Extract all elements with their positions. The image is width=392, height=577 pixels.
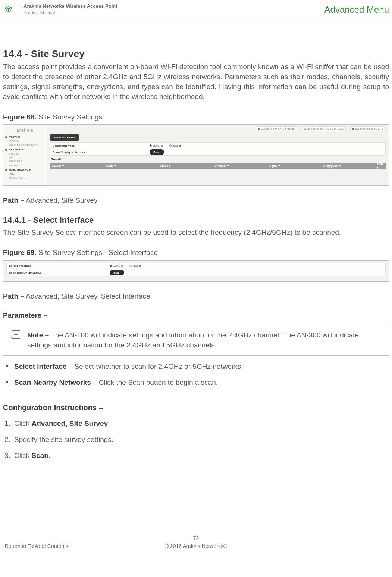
header-titles: Araknis Networks Wireless Access Point P… [23, 3, 117, 16]
interface-options: 2.4GHz 5GHz [147, 144, 183, 148]
uptime-value: 3D | 1 hr [374, 127, 384, 131]
figure-69-screenshot: Select Interface 2.4GHz 5GHz Scan Nearby… [3, 260, 389, 282]
cloud-chip: CLOUD SERVER Connected [256, 126, 297, 131]
time-value: 2016-10-11 14:10:35 [320, 127, 344, 131]
col-encryption: Encryption ▾ [320, 164, 374, 168]
note-body: The AN-100 will indicate settings and in… [27, 331, 359, 349]
time-label: System Time [303, 127, 318, 131]
nav-status: STATUS [5, 135, 45, 140]
nav-item: LAN [5, 156, 45, 160]
nav-item: SECURITY [5, 164, 45, 168]
radio-5ghz-icon [129, 265, 132, 267]
page-number: 72 [165, 535, 228, 542]
nav-item: TRACEROUTE [5, 176, 45, 180]
scan-row-label-2: Scan Nearby Networks [7, 269, 107, 276]
select-interface-row-2: Select Interface 2.4GHz 5GHz [6, 263, 386, 269]
select-interface-label-2: Select Interface [7, 263, 107, 269]
nav-item: PING [5, 172, 45, 176]
config-title: Configuration Instructions – [3, 402, 389, 413]
advanced-menu-label: Advanced Menu [324, 3, 390, 16]
return-to-toc-link[interactable]: -Return to Table of Contents- [3, 543, 70, 550]
nav-item: WIRELESS [5, 160, 45, 164]
param-name: Select Interface – [14, 362, 75, 370]
interface-options-2: 2.4GHz 5GHz [107, 264, 143, 268]
subsection-heading: 14.4.1 - Select Interface [3, 215, 389, 226]
page-content: 14.4 - Site Survey The access point prov… [0, 20, 392, 558]
path-2-label: Path – [3, 292, 24, 300]
svg-rect-1 [8, 9, 9, 12]
scan-button-2: Scan [110, 270, 124, 275]
step-post: . [48, 452, 50, 459]
path-1: Path – Advanced, Site Survey [3, 196, 389, 206]
radio-2-4ghz-icon [150, 144, 152, 147]
step-item: Click Advanced, Site Survey. [3, 419, 389, 429]
step-pre: Specify the site survey settings. [14, 436, 113, 443]
screenshot-sidebar: araknis STATUS SYSTEM WIRELESS INTERFACE… [3, 125, 47, 185]
step-bold: Scan [31, 452, 48, 459]
note-icon [11, 330, 21, 339]
section-heading: 14.4 - Site Survey [3, 47, 389, 60]
footer-center: 72 © 2016 Araknis Networks® [165, 535, 228, 550]
scan-row: Scan Nearby Networks Scan [50, 149, 386, 156]
col-signal: Signal ▾ [266, 164, 320, 168]
opt-5ghz: 5GHz [133, 264, 141, 268]
result-label: Result [51, 157, 386, 162]
nav-maintenance: MAINTENANCE [5, 168, 45, 172]
list-item: Select Interface – Select whether to sca… [3, 362, 389, 372]
note-box: Note – The AN-100 will indicate settings… [3, 324, 389, 356]
figure-68-caption-bold: Figure 68. [3, 113, 37, 121]
nav-item: SYSTEM [5, 152, 45, 156]
cloud-label: CLOUD SERVER [261, 127, 281, 131]
cloud-value: Connected [283, 127, 295, 131]
param-desc: Click the Scan button to begin a scan. [99, 378, 218, 386]
nav-item: SYSTEM [5, 140, 45, 144]
param-desc: Select whether to scan for 2.4GHz or 5GH… [75, 362, 243, 370]
screenshot-main: CLOUD SERVER Connected System Time 2016-… [47, 125, 389, 185]
screenshot-topbar: CLOUD SERVER Connected System Time 2016-… [50, 126, 386, 131]
step-post: . [108, 420, 110, 427]
header-left: Araknis Networks Wireless Access Point P… [4, 3, 117, 16]
scan-row-2: Scan Nearby Networks Scan [6, 269, 386, 276]
brand-logo-icon [4, 4, 18, 15]
status-dot-icon [352, 128, 354, 130]
result-header: BSSID ▾ SSID ▾ Mode ▾ Channel ▾ Signal ▾… [50, 163, 386, 169]
col-mode: Mode ▾ [158, 164, 212, 168]
time-chip: System Time 2016-10-11 14:10:35 [301, 126, 345, 131]
col-ssid: SSID ▾ [104, 164, 158, 168]
note-text: Note – The AN-100 will indicate settings… [27, 330, 381, 350]
copyright: © 2016 Araknis Networks® [165, 543, 228, 550]
col-type: Type ▾ [374, 162, 386, 170]
subsection-body: The Site Survey Select Interface screen … [3, 228, 389, 238]
opt-2-4ghz: 2.4GHz [153, 144, 163, 148]
step-item: Specify the site survey settings. [3, 435, 389, 445]
doc-header: Araknis Networks Wireless Access Point P… [0, 0, 392, 20]
path-2: Path – Advanced, Site Survey, Select Int… [3, 291, 389, 302]
nav-settings: SETTINGS [5, 147, 45, 152]
figure-69-label: Figure 69. Site Survey Settings - Select… [3, 248, 389, 258]
screenshot-brand: araknis [5, 127, 45, 134]
uptime-label: System Uptime [355, 127, 373, 131]
param-name: Scan Nearby Networks – [14, 378, 99, 386]
parameters-title: Parameters – [3, 311, 389, 321]
path-2-value: Advanced, Site Survey, Select Interface [24, 292, 150, 300]
scan-row-label: Scan Nearby Networks [50, 149, 147, 155]
page-footer: -Return to Table of Contents- 72 © 2016 … [3, 539, 389, 558]
figure-68-caption-rest: Site Survey Settings [37, 113, 102, 121]
product-line: Araknis Networks Wireless Access Point [23, 3, 117, 10]
nav-item: WIRELESS INTERFACE [5, 144, 45, 148]
figure-68-screenshot: araknis STATUS SYSTEM WIRELESS INTERFACE… [3, 124, 389, 186]
config-steps: Click Advanced, Site Survey. Specify the… [3, 419, 389, 461]
path-1-value: Advanced, Site Survey [24, 196, 97, 204]
list-item: Scan Nearby Networks – Click the Scan bu… [3, 378, 389, 388]
product-subtitle: Product Manual [23, 10, 117, 16]
section-body: The access point provides a convenient o… [3, 62, 389, 102]
step-item: Click Scan. [3, 451, 389, 461]
figure-69-caption-rest: Site Survey Settings - Select Interface [37, 249, 158, 256]
select-interface-row: Select Interface 2.4GHz 5GHz [50, 142, 386, 149]
step-bold: Advanced, Site Survey [31, 420, 108, 427]
opt-2-4ghz: 2.4GHz [113, 264, 123, 268]
note-label: Note – [27, 331, 51, 339]
uptime-chip: System Uptime 3D | 1 hr [350, 126, 386, 131]
step-pre: Click [14, 452, 31, 459]
step-pre: Click [14, 420, 31, 427]
